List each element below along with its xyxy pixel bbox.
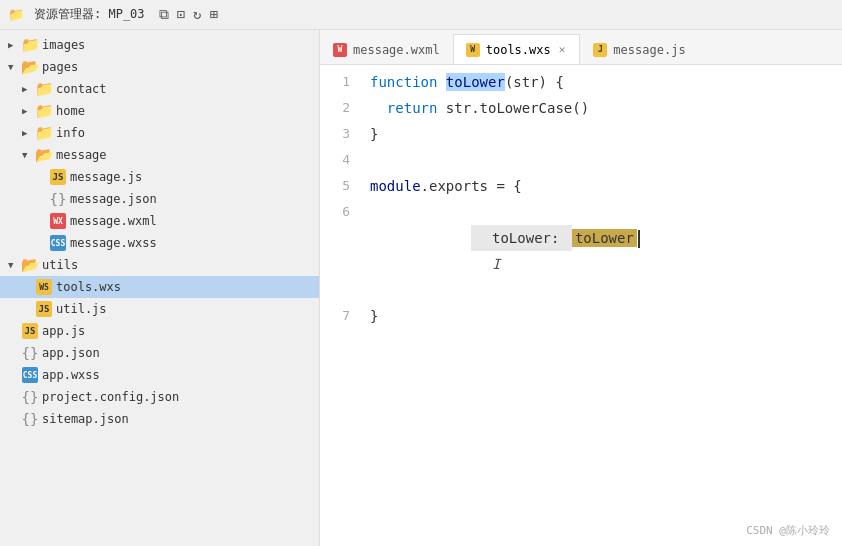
tree-item-project-config[interactable]: {} project.config.json [0,386,319,408]
line-number: 7 [320,303,360,329]
js-file-icon: JS [36,301,52,317]
json-file-icon: {} [22,389,38,405]
tree-item-message-json[interactable]: {} message.json [0,188,319,210]
folder-open-icon: 📂 [22,257,38,273]
tree-item-home[interactable]: ▶ 📁 home [0,100,319,122]
line-number: 6 [320,199,360,225]
tab-label: message.wxml [353,43,440,57]
tab-message-wxml[interactable]: W message.wxml [320,34,453,64]
tree-item-app-json[interactable]: {} app.json [0,342,319,364]
code-editor[interactable]: 1 function toLower(str) { 2 return str.t… [320,65,842,546]
code-line-3: 3 } [320,121,842,147]
js-tab-icon: J [593,43,607,57]
line-content: } [360,303,378,329]
wxs-file-icon: WS [36,279,52,295]
json-file-icon: {} [22,411,38,427]
json-file-icon: {} [50,191,66,207]
wxss-file-icon: CSS [50,235,66,251]
folder-icon: 📁 [36,125,52,141]
line-number: 1 [320,69,360,95]
wxml-file-icon: WX [50,213,66,229]
wxs-tab-icon: W [466,43,480,57]
line-content: toLower: toLower I [360,199,640,303]
tab-label: tools.wxs [486,43,551,57]
tree-item-app-js[interactable]: JS app.js [0,320,319,342]
code-line-1: 1 function toLower(str) { [320,69,842,95]
code-line-6: 6 toLower: toLower I [320,199,842,303]
tree-item-tools-wxs[interactable]: WS tools.wxs [0,276,319,298]
line-number: 3 [320,121,360,147]
folder-open-icon: 📂 [22,59,38,75]
tab-label: message.js [613,43,685,57]
js-file-icon: JS [50,169,66,185]
tree-item-message-wxss[interactable]: CSS message.wxss [0,232,319,254]
sidebar: ▶ 📁 images ▼ 📂 pages ▶ 📁 contact ▶ 📁 hom… [0,30,320,546]
tree-item-info[interactable]: ▶ 📁 info [0,122,319,144]
expand-icon[interactable]: ⊞ [209,6,217,23]
tree-item-images[interactable]: ▶ 📁 images [0,34,319,56]
tree-item-sitemap[interactable]: {} sitemap.json [0,408,319,430]
watermark: CSDN @陈小玲玲 [746,523,830,538]
code-line-4: 4 [320,147,842,173]
copy-icon[interactable]: ⧉ [159,6,169,23]
json-file-icon: {} [22,345,38,361]
tree-item-app-wxss[interactable]: CSS app.wxss [0,364,319,386]
wxss-file-icon: CSS [22,367,38,383]
line-number: 4 [320,147,360,173]
line-content: return str.toLowerCase() [360,95,589,121]
js-file-icon: JS [22,323,38,339]
code-line-2: 2 return str.toLowerCase() [320,95,842,121]
titlebar-title: 资源管理器: MP_03 [34,6,145,23]
tree-item-message[interactable]: ▼ 📂 message [0,144,319,166]
line-number: 5 [320,173,360,199]
wxml-tab-icon: W [333,43,347,57]
line-content: module.exports = { [360,173,522,199]
code-line-5: 5 module.exports = { [320,173,842,199]
titlebar: 📁 资源管理器: MP_03 ⧉ ⊡ ↻ ⊞ [0,0,842,30]
tree-item-contact[interactable]: ▶ 📁 contact [0,78,319,100]
explorer-icon: 📁 [8,7,24,22]
tree-item-util-js[interactable]: JS util.js [0,298,319,320]
main-area: ▶ 📁 images ▼ 📂 pages ▶ 📁 contact ▶ 📁 hom… [0,30,842,546]
folder-icon: 📁 [22,37,38,53]
tab-message-js[interactable]: J message.js [580,34,698,64]
tree-item-message-js[interactable]: JS message.js [0,166,319,188]
folder-icon: 📁 [36,81,52,97]
tab-tools-wxs[interactable]: W tools.wxs ✕ [453,34,581,64]
code-line-7: 7 } [320,303,842,329]
folder-open-icon: 📂 [36,147,52,163]
line-content: function toLower(str) { [360,69,564,95]
tab-bar: W message.wxml W tools.wxs ✕ J message.j… [320,30,842,65]
close-icon[interactable]: ✕ [557,42,568,57]
line-number: 2 [320,95,360,121]
tree-item-message-wxml[interactable]: WX message.wxml [0,210,319,232]
tree-item-utils[interactable]: ▼ 📂 utils [0,254,319,276]
line-content: } [360,121,378,147]
tree-item-pages[interactable]: ▼ 📂 pages [0,56,319,78]
line-content [360,147,378,173]
refresh-icon[interactable]: ↻ [193,6,201,23]
folder-icon: 📁 [36,103,52,119]
code-area: 1 function toLower(str) { 2 return str.t… [320,65,842,546]
editor[interactable]: W message.wxml W tools.wxs ✕ J message.j… [320,30,842,546]
paste-icon[interactable]: ⊡ [177,6,185,23]
titlebar-icons: ⧉ ⊡ ↻ ⊞ [159,6,218,23]
